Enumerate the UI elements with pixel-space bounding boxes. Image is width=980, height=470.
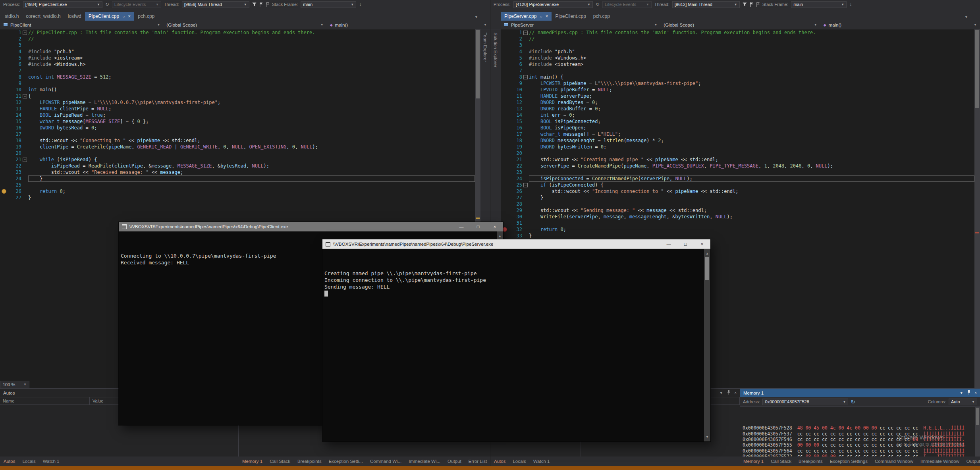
panel-tab[interactable]: Call Stack <box>266 459 294 464</box>
code-line[interactable]: 9 LPCWSTR pipeName = L"\\\\.\\pipe\\mant… <box>501 80 974 87</box>
scroll-up-icon[interactable]: ▲ <box>499 233 501 239</box>
maximize-button[interactable]: □ <box>470 222 486 231</box>
stack-nav-icon[interactable]: ↓ <box>849 2 852 7</box>
pin-icon[interactable] <box>727 390 731 396</box>
close-button[interactable]: × <box>694 239 710 248</box>
column-header-name[interactable]: Name <box>0 397 90 405</box>
keep-open-icon[interactable]: ○ <box>540 14 542 19</box>
panel-tab[interactable]: Watch 1 <box>39 459 63 464</box>
code-line[interactable]: 4#include "pch.h" <box>501 48 974 55</box>
code-line[interactable]: 23 <box>501 169 974 175</box>
flag-outline-icon[interactable] <box>756 2 760 7</box>
pin-icon[interactable] <box>967 390 971 396</box>
breakpoint-indicator[interactable] <box>2 189 6 194</box>
code-line[interactable]: 3 <box>501 42 974 48</box>
tab-list-chevron-icon[interactable]: ▼ <box>965 15 968 19</box>
code-line[interactable]: 15 BOOL isPipeConnected; <box>501 118 974 125</box>
filter-icon[interactable] <box>252 2 257 6</box>
process-dropdown[interactable]: [4120] PipeServer.exe ▼ <box>513 1 593 8</box>
lifecycle-dropdown[interactable]: Lifecycle Events ▼ <box>602 1 652 8</box>
close-icon[interactable]: × <box>974 391 977 395</box>
code-line[interactable]: 8−int main() { <box>501 74 974 80</box>
thread-lifecycle-icon[interactable]: ↻ <box>596 2 600 7</box>
panel-tab[interactable]: Autos <box>0 459 19 464</box>
scroll-up-icon[interactable]: ▲ <box>706 250 708 257</box>
code-line[interactable]: 28 <box>501 201 974 207</box>
console-output[interactable]: ▲ ▼ Creating named pipe \\.\pipe\mantvyd… <box>322 249 710 441</box>
code-line[interactable]: 20 <box>0 150 475 156</box>
code-line[interactable]: 3 <box>0 42 475 48</box>
code-line[interactable]: 24 } <box>0 175 475 182</box>
code-line[interactable]: 27} <box>0 195 475 201</box>
code-line[interactable]: 19 DWORD bytesWritten = 0; <box>501 144 974 150</box>
panel-tab[interactable]: Locals <box>19 459 39 464</box>
panel-tab[interactable]: Locals <box>509 459 529 464</box>
code-line[interactable]: 23 std::wcout << "Received message: " <<… <box>0 169 475 175</box>
panel-tab[interactable]: Output <box>963 459 980 464</box>
code-line[interactable]: 20 <box>501 150 974 156</box>
flag-icon[interactable] <box>259 2 263 7</box>
document-tab[interactable]: PipeServer.cpp○× <box>501 12 552 21</box>
panel-tab[interactable]: Error List <box>465 459 491 464</box>
chevron-down-icon[interactable]: ▼ <box>959 391 963 395</box>
memory-grid[interactable]: 0x000000E43057F52848 00 45 00 4c 00 4c 0… <box>740 407 980 457</box>
scroll-down-icon[interactable]: ▼ <box>706 433 708 440</box>
memory-panel-title-bar[interactable]: Memory 1 ▼ × <box>740 389 980 397</box>
code-line[interactable]: 12 LPCWSTR pipeName = L"\\\\10.0.0.7\\pi… <box>0 99 475 106</box>
panel-tab[interactable]: Output <box>444 459 465 464</box>
document-tab[interactable]: pch.cpp <box>134 12 158 21</box>
code-line[interactable]: 18 DWORD messageLenght = lstrlen(message… <box>501 137 974 144</box>
code-line[interactable]: 27 } <box>501 195 974 201</box>
code-line[interactable]: 10 LPVOID pipeBuffer = NULL; <box>501 87 974 93</box>
code-line[interactable]: 17 wchar_t message[] = L"HELL"; <box>501 131 974 137</box>
code-line[interactable]: 25 <box>0 182 475 188</box>
code-line[interactable]: 16 DWORD bytesRead = 0; <box>0 125 475 131</box>
code-line[interactable]: 1−// PipeClient.cpp : This file contains… <box>0 29 475 36</box>
scrollbar-thumb[interactable] <box>476 30 480 98</box>
code-line[interactable]: 2// <box>501 36 974 42</box>
lifecycle-dropdown[interactable]: Lifecycle Events ▼ <box>112 1 161 8</box>
close-icon[interactable]: × <box>734 391 737 395</box>
panel-tab[interactable]: Breakpoints <box>294 459 325 464</box>
code-line[interactable]: 6#include <Windows.h> <box>0 61 475 67</box>
scrollbar-thumb[interactable] <box>705 257 709 280</box>
panel-tab[interactable]: Memory 1 <box>239 459 266 464</box>
address-input[interactable]: 0x000000E43057F528 ▼ <box>762 399 848 405</box>
flag-icon[interactable] <box>750 2 753 7</box>
code-line[interactable]: 17 <box>0 131 475 137</box>
columns-dropdown[interactable]: Auto ▼ <box>949 399 977 405</box>
minimize-button[interactable]: — <box>660 239 677 248</box>
code-line[interactable]: 11−{ <box>0 93 475 99</box>
code-line[interactable]: 29 std::wcout << "Sending message: " << … <box>501 207 974 214</box>
fold-collapse-icon[interactable]: − <box>21 29 28 36</box>
filter-icon[interactable] <box>743 2 747 6</box>
code-line[interactable]: 33} <box>501 233 974 239</box>
code-line[interactable]: 19 clientPipe = CreateFile(pipeName, GEN… <box>0 144 475 150</box>
scrollbar-thumb[interactable] <box>976 408 979 425</box>
code-line[interactable]: 26 return 0; <box>0 188 475 195</box>
project-dropdown[interactable]: PipeServer ▼ <box>501 21 660 29</box>
code-line[interactable]: 5#include <Windows.h> <box>501 55 974 61</box>
code-line[interactable]: 22 serverPipe = CreateNamedPipe(pipeName… <box>501 163 974 169</box>
refresh-icon[interactable]: ↻ <box>851 399 855 405</box>
fold-collapse-icon[interactable]: − <box>522 74 529 80</box>
maximize-button[interactable]: □ <box>677 239 694 248</box>
code-line[interactable]: 18 std::wcout << "Connecting to " << pip… <box>0 137 475 144</box>
code-line[interactable]: 12 DWORD readBytes = 0; <box>501 99 974 106</box>
console-scrollbar[interactable]: ▲ ▼ <box>704 249 710 441</box>
panel-tab[interactable]: Memory 1 <box>740 459 767 464</box>
code-line[interactable]: 32 return 0; <box>501 226 974 233</box>
stack-nav-icon[interactable]: ↓ <box>359 2 361 7</box>
memory-scrollbar[interactable] <box>975 407 980 457</box>
code-line[interactable]: 11 HANDLE serverPipe; <box>501 93 974 99</box>
panel-tab[interactable]: Breakpoints <box>795 459 826 464</box>
code-line[interactable]: 15 wchar_t message[MESSAGE_SIZE] = { 0 }… <box>0 118 475 125</box>
code-line[interactable]: 26 std::wcout << "Incoming connection to… <box>501 188 974 195</box>
code-line[interactable]: 8const int MESSAGE_SIZE = 512; <box>0 74 475 80</box>
panel-tab[interactable]: Command Wi... <box>367 459 405 464</box>
thread-lifecycle-icon[interactable]: ↻ <box>105 2 109 7</box>
code-line[interactable]: 31 <box>501 220 974 226</box>
scrollbar-thumb[interactable] <box>975 30 979 108</box>
thread-dropdown[interactable]: [9656] Main Thread ▼ <box>182 1 249 8</box>
stack-frame-dropdown[interactable]: main ▼ <box>791 1 847 8</box>
